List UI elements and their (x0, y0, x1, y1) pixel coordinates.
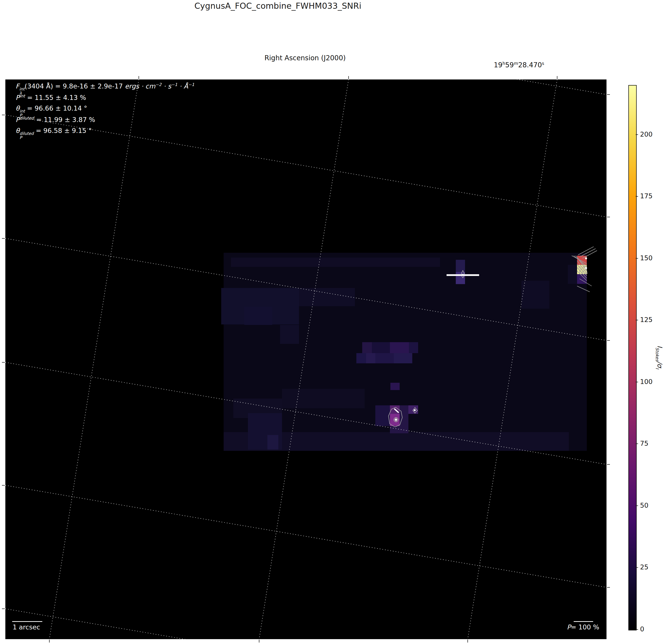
colorbar-tick-label: 200 (640, 131, 653, 138)
axis-tick-mark (49, 640, 50, 643)
heatmap-canvas (5, 79, 607, 639)
axis-tick-mark (607, 340, 610, 341)
vector-dot (585, 257, 587, 259)
axis-tick-mark (259, 640, 259, 643)
heatmap-pixel (456, 272, 465, 284)
heatmap-pixel (394, 353, 412, 363)
axis-tick-mark (2, 238, 5, 239)
annotation-p-diluted: Pdiluted = 11.99 ± 3.87 % (16, 116, 95, 123)
heatmap-pixel (409, 342, 418, 353)
axis-tick-mark (2, 115, 5, 115)
axis-tick-mark (2, 485, 5, 486)
ra-gridline (49, 79, 139, 639)
heatmap-pixel (390, 342, 409, 353)
colorbar-tick-mark (636, 505, 638, 506)
heatmap-pixel (356, 353, 366, 363)
annotation-p-int: Pint = 11.55 ± 4.13 % (16, 94, 86, 101)
axis-tick-mark (468, 640, 468, 643)
colorbar (628, 85, 637, 630)
heatmap-pixel (362, 342, 372, 353)
colorbar-tick-label: 175 (640, 192, 653, 200)
polarization-scalebar-label: P= 100 % (567, 623, 599, 631)
heatmap-pixel (268, 435, 278, 449)
heatmap-pixel (390, 383, 400, 390)
axis-tick-mark (607, 217, 610, 217)
dec-gridline (5, 485, 607, 587)
colorbar-tick-mark (636, 134, 638, 135)
heatmap-pixel (282, 389, 365, 408)
dec-gridline (5, 609, 607, 639)
arcsec-scalebar-label: 1 arcsec (13, 623, 40, 631)
heatmap-pixel (400, 405, 408, 427)
colorbar-tick-mark (636, 196, 638, 197)
colorbar-tick-mark (636, 320, 638, 320)
x-axis-tick-label: 19h59m28.470s (494, 61, 544, 69)
plot-area: Fintλ(3404 Å) = 9.8e-16 ± 2.9e-17 ergs ·… (5, 79, 607, 640)
heatmap-pixel (280, 325, 299, 344)
figure-title: CygnusA_FOC_combine_FWHM033_SNRi (195, 1, 362, 11)
colorbar-tick-label: 50 (640, 502, 648, 509)
colorbar-label: IStokes/σI (655, 346, 663, 369)
colorbar-tick-mark (636, 444, 638, 444)
annotation-theta-diluted: θdilutedP = 96.58 ± 9.15 ° (16, 127, 92, 140)
heatmap-pixel (568, 265, 577, 284)
axis-tick-mark (607, 94, 610, 95)
polarization-scalebar (574, 621, 593, 622)
vector-dot (585, 267, 587, 269)
heatmap-pixel (375, 405, 390, 426)
colorbar-tick-label: 75 (640, 440, 648, 447)
colorbar-tick-mark (636, 629, 638, 630)
heatmap-pixel (456, 260, 465, 272)
colorbar-tick-label: 0 (640, 625, 644, 633)
heatmap-pixel (231, 258, 440, 267)
axis-tick-mark (348, 76, 349, 79)
x-axis-label: Right Ascension (J2000) (264, 54, 346, 62)
axis-tick-mark (557, 76, 557, 79)
heatmap-pixel (375, 353, 394, 363)
axis-tick-mark (139, 76, 139, 79)
axis-tick-mark (607, 587, 610, 588)
colorbar-tick-label: 25 (640, 563, 648, 571)
colorbar-tick-label: 150 (640, 254, 653, 262)
heatmap-pixel (521, 281, 549, 309)
heatmap-pixel (390, 426, 408, 433)
heatmap-pixel (299, 288, 355, 306)
axis-tick-mark (607, 464, 610, 465)
colorbar-tick-mark (636, 382, 638, 382)
vector-dot (395, 419, 397, 421)
colorbar-tick-label: 100 (640, 378, 653, 385)
heatmap-pixel (244, 307, 272, 325)
colorbar-tick-mark (636, 258, 638, 259)
axis-tick-mark (2, 609, 5, 609)
dec-gridline (5, 115, 607, 217)
colorbar-tick-label: 125 (640, 316, 653, 323)
vector-dot (462, 274, 464, 275)
axis-tick-mark (2, 362, 5, 363)
heatmap-pixel (372, 342, 390, 353)
colorbar-tick-mark (636, 567, 638, 568)
vector-dot (414, 409, 416, 411)
heatmap-pixel (366, 353, 375, 363)
arcsec-scalebar (12, 621, 42, 622)
figure: CygnusA_FOC_combine_FWHM033_SNRi Right A… (0, 0, 668, 644)
